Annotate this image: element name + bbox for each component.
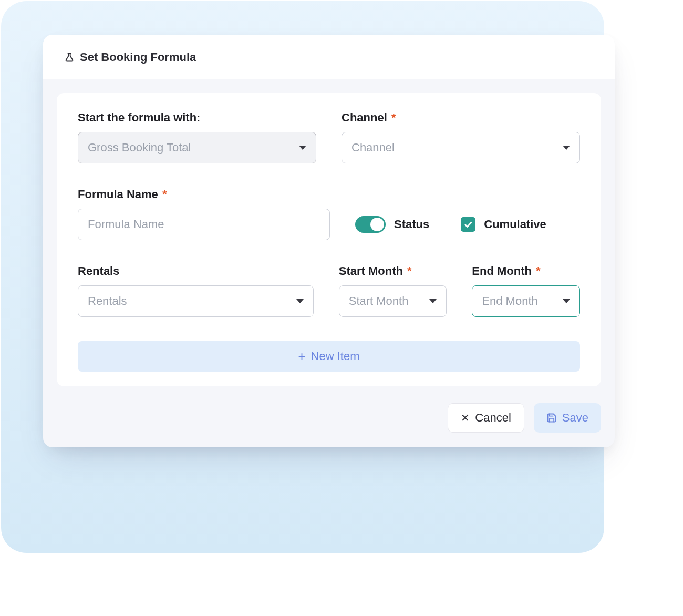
toggle-row: Status Cumulative — [355, 188, 546, 240]
row-rentals-months: Rentals Rentals Start Month * Start Mont… — [78, 264, 580, 317]
cumulative-checkbox[interactable] — [461, 217, 475, 232]
chevron-down-icon — [563, 146, 570, 150]
label-start-month: Start Month * — [339, 264, 447, 278]
new-item-button[interactable]: + New Item — [78, 341, 580, 372]
form-card: Start the formula with: Gross Booking To… — [57, 93, 601, 386]
field-rentals: Rentals Rentals — [78, 264, 314, 317]
select-end-month-placeholder: End Month — [482, 294, 537, 308]
status-toggle-group: Status — [355, 216, 429, 233]
select-start-with[interactable]: Gross Booking Total — [78, 132, 316, 163]
field-start-with: Start the formula with: Gross Booking To… — [78, 111, 316, 163]
required-mark: * — [391, 111, 396, 124]
select-end-month[interactable]: End Month — [472, 285, 580, 317]
label-end-month-text: End Month — [472, 264, 532, 278]
field-formula-name: Formula Name * — [78, 188, 330, 240]
select-channel-placeholder: Channel — [351, 141, 395, 155]
required-mark: * — [407, 264, 412, 278]
chevron-down-icon — [299, 146, 306, 150]
required-mark: * — [162, 188, 167, 201]
modal-footer: ✕ Cancel Save — [43, 392, 615, 447]
chevron-down-icon — [296, 299, 304, 303]
select-rentals-placeholder: Rentals — [88, 294, 127, 308]
label-channel-text: Channel — [341, 111, 387, 124]
page-background: Set Booking Formula Start the formula wi… — [1, 1, 604, 553]
label-end-month: End Month * — [472, 264, 580, 278]
toggle-knob — [370, 218, 384, 231]
modal-title: Set Booking Formula — [80, 50, 196, 64]
check-icon — [463, 220, 473, 229]
set-booking-formula-modal: Set Booking Formula Start the formula wi… — [43, 35, 615, 447]
plus-icon: + — [298, 350, 306, 363]
label-start-with: Start the formula with: — [78, 111, 316, 125]
status-toggle[interactable] — [355, 216, 386, 233]
label-start-month-text: Start Month — [339, 264, 403, 278]
new-item-label: New Item — [311, 350, 360, 363]
row-start-channel: Start the formula with: Gross Booking To… — [78, 111, 580, 163]
cancel-label: Cancel — [475, 411, 511, 425]
row-name-status: Formula Name * Status — [78, 188, 580, 240]
cumulative-checkbox-group: Cumulative — [461, 217, 546, 232]
label-rentals: Rentals — [78, 264, 314, 278]
field-channel: Channel * Channel — [341, 111, 580, 163]
status-label: Status — [394, 218, 429, 231]
select-rentals[interactable]: Rentals — [78, 285, 314, 317]
cumulative-label: Cumulative — [484, 218, 546, 231]
label-channel: Channel * — [341, 111, 580, 125]
label-formula-name: Formula Name * — [78, 188, 330, 201]
select-start-with-value: Gross Booking Total — [88, 141, 191, 155]
modal-header: Set Booking Formula — [43, 35, 615, 79]
save-button[interactable]: Save — [534, 403, 601, 433]
flask-icon — [64, 52, 75, 63]
chevron-down-icon — [563, 299, 570, 303]
required-mark: * — [536, 264, 541, 278]
save-icon — [546, 413, 557, 423]
select-start-month[interactable]: Start Month — [339, 285, 447, 317]
close-icon: ✕ — [461, 413, 470, 423]
label-formula-name-text: Formula Name — [78, 188, 158, 201]
field-end-month: End Month * End Month — [472, 264, 580, 317]
select-channel[interactable]: Channel — [341, 132, 580, 163]
chevron-down-icon — [429, 299, 437, 303]
input-formula-name[interactable] — [78, 209, 330, 240]
select-start-month-placeholder: Start Month — [349, 294, 409, 308]
cancel-button[interactable]: ✕ Cancel — [448, 403, 524, 433]
field-start-month: Start Month * Start Month — [339, 264, 447, 317]
save-label: Save — [562, 411, 588, 425]
